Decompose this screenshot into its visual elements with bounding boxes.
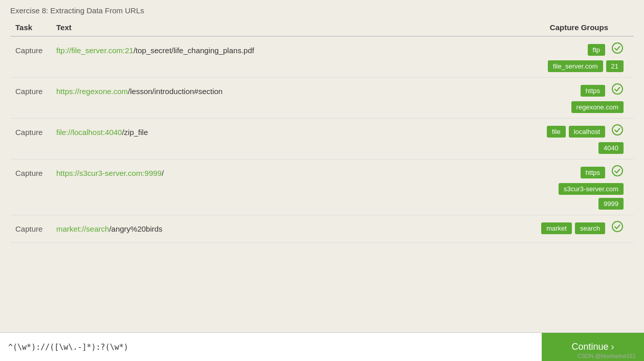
capture-groups-cell: filelocalhost4040 xyxy=(448,119,634,160)
capture-badge: 9999 xyxy=(598,198,624,210)
capture-badge-row: https xyxy=(581,83,624,98)
url-green-part: https://regexone.com xyxy=(56,87,128,96)
capture-groups-cell: httpsregexone.com xyxy=(448,78,634,119)
capture-groups-cell: httpss3cur3-server.com9999 xyxy=(448,160,634,215)
capture-badge: regexone.com xyxy=(571,101,624,113)
url-green-part: market://search xyxy=(56,224,109,233)
capture-badge: search xyxy=(575,222,605,234)
success-check-icon xyxy=(611,124,624,139)
capture-badge-row: 9999 xyxy=(598,198,624,210)
url-green-part: ftp://file_server.com:21 xyxy=(56,46,134,55)
svg-point-2 xyxy=(612,125,623,135)
watermark: CSDN @blueluelue161 xyxy=(578,353,636,359)
capture-badge-row: file_server.com21 xyxy=(548,60,624,72)
svg-point-1 xyxy=(612,84,623,94)
table-row: Captureftp://file_server.com:21/top_secr… xyxy=(10,36,634,78)
url-text-cell: ftp://file_server.com:21/top_secret/life… xyxy=(51,36,448,78)
capture-badge: localhost xyxy=(569,126,605,138)
task-cell: Capture xyxy=(10,36,51,78)
svg-point-0 xyxy=(612,43,623,53)
bottom-bar: Continue › xyxy=(0,332,644,361)
col-header-text: Text xyxy=(51,19,448,36)
capture-badge-row: filelocalhost xyxy=(547,124,624,139)
capture-badge: file_server.com xyxy=(548,60,603,72)
capture-badge-row: marketsearch xyxy=(541,220,624,236)
url-text-cell: https://regexone.com/lesson/introduction… xyxy=(51,78,448,119)
url-dark-part: /top_secret/life_changing_plans.pdf xyxy=(134,46,254,55)
capture-badge-row: ftp xyxy=(588,42,624,57)
main-table-container: Task Text Capture Groups Captureftp://fi… xyxy=(0,19,644,332)
success-check-icon xyxy=(611,42,624,57)
url-dark-part: /lesson/introduction#section xyxy=(128,87,223,96)
capture-badge: https xyxy=(581,167,605,178)
table-row: Capturefile://localhost:4040/zip_filefil… xyxy=(10,119,634,160)
capture-groups-cell: marketsearch xyxy=(448,215,634,243)
task-cell: Capture xyxy=(10,78,51,119)
task-cell: Capture xyxy=(10,160,51,215)
capture-groups-cell: ftpfile_server.com21 xyxy=(448,36,634,78)
capture-badge: s3cur3-server.com xyxy=(559,183,624,195)
capture-badge-row: 4040 xyxy=(598,142,624,154)
url-green-part: https://s3cur3-server.com:9999 xyxy=(56,169,162,177)
capture-badge: https xyxy=(581,85,605,97)
url-text-cell: file://localhost:4040/zip_file xyxy=(51,119,448,160)
capture-badge: ftp xyxy=(588,44,605,56)
svg-point-4 xyxy=(612,221,623,232)
capture-badge: market xyxy=(541,222,572,234)
col-header-task: Task xyxy=(10,19,51,36)
url-dark-part: / xyxy=(162,169,164,177)
col-header-capture: Capture Groups xyxy=(448,19,634,36)
capture-badge: file xyxy=(547,126,566,138)
capture-badge: 21 xyxy=(606,60,624,72)
success-check-icon xyxy=(611,220,624,236)
data-table: Task Text Capture Groups Captureftp://fi… xyxy=(10,19,634,243)
url-dark-part: /angry%20birds xyxy=(109,224,162,233)
exercise-title: Exercise 8: Extracting Data From URLs xyxy=(0,0,644,19)
table-row: Capturehttps://s3cur3-server.com:9999/ht… xyxy=(10,160,634,215)
capture-badge: 4040 xyxy=(598,142,624,154)
regex-input[interactable] xyxy=(0,333,542,361)
success-check-icon xyxy=(611,83,624,98)
table-row: Capturemarket://search/angry%20birdsmark… xyxy=(10,215,634,243)
task-cell: Capture xyxy=(10,215,51,243)
capture-badge-row: https xyxy=(581,165,624,180)
task-cell: Capture xyxy=(10,119,51,160)
url-dark-part: /zip_file xyxy=(122,128,148,137)
success-check-icon xyxy=(611,165,624,180)
capture-badge-row: s3cur3-server.com xyxy=(559,183,624,195)
svg-point-3 xyxy=(612,166,623,176)
bottom-wrapper: Continue › CSDN @blueluelue161 xyxy=(0,332,644,361)
capture-badge-row: regexone.com xyxy=(571,101,624,113)
table-row: Capturehttps://regexone.com/lesson/intro… xyxy=(10,78,634,119)
url-text-cell: https://s3cur3-server.com:9999/ xyxy=(51,160,448,215)
url-text-cell: market://search/angry%20birds xyxy=(51,215,448,243)
url-green-part: file://localhost:4040 xyxy=(56,128,122,137)
